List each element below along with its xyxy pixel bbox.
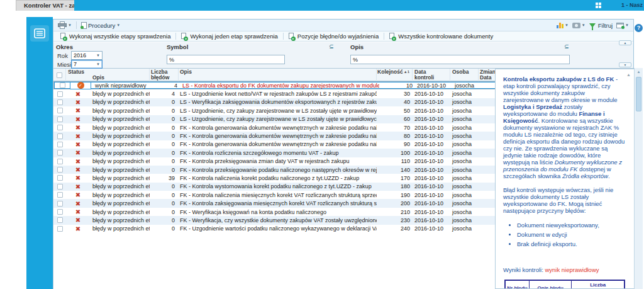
symbol-filter-input[interactable]	[167, 55, 285, 64]
print-button[interactable]: ▼	[58, 21, 72, 29]
bar-chart-icon	[557, 22, 564, 28]
filter-button[interactable]: Filtruj	[589, 22, 613, 29]
person-cell: josocha	[450, 157, 479, 166]
action-button[interactable]: ▸Wykonaj wszystkie etapy sprawdzenia	[57, 33, 174, 40]
layout-button[interactable]: ▼	[616, 23, 629, 28]
error-count-cell: 0	[150, 140, 179, 149]
row-checkbox[interactable]	[57, 159, 63, 164]
row-checkbox[interactable]	[57, 167, 63, 173]
error-count-cell: 0	[150, 208, 179, 216]
person-header[interactable]: Osoba	[450, 69, 479, 81]
row-checkbox[interactable]	[57, 116, 63, 122]
row-checkbox[interactable]	[57, 209, 63, 215]
status-change-header[interactable]: Zmiana stat Data	[479, 69, 496, 81]
row-checkbox[interactable]	[57, 226, 63, 232]
description-cell: LS - Uzgodnienie, czy zakupy zarejstrowa…	[179, 115, 377, 123]
row-checkbox[interactable]	[57, 99, 63, 105]
panel-bullet-item: Brak definicji eksportu.	[517, 241, 625, 247]
action-button-label: Pozycje błędne/do wyjaśnienia	[297, 33, 379, 40]
row-checkbox[interactable]	[57, 184, 63, 190]
sequence-header[interactable]: Kolejność▲1	[377, 69, 413, 81]
status-description-cell: błędy w poprzednich etapach	[90, 208, 150, 216]
action-button[interactable]: ▸Pozycje błędne/do wyjaśnienia	[286, 33, 382, 40]
person-cell: josocha	[450, 183, 479, 191]
person-cell: josocha	[450, 208, 479, 216]
description-cell: FK - Kontrola generowania dokumentów wew…	[179, 132, 377, 140]
menu-list-icon[interactable]	[30, 25, 49, 42]
row-checkbox[interactable]	[57, 125, 63, 130]
status-error-icon: ✖	[75, 174, 80, 181]
row-checkbox[interactable]	[57, 142, 63, 147]
title-bar: 1 - Nasz	[74, 0, 644, 11]
status-cell: ✖	[66, 174, 90, 182]
collapse-down-button[interactable]: ▼	[619, 62, 631, 67]
description-cell: FK - Kontrola przeksięgowania zmian daty…	[179, 157, 377, 166]
opis-filter-label: Opis	[350, 43, 364, 50]
date-cell: 2016-10-10	[413, 183, 450, 191]
status-change-cell	[479, 166, 496, 174]
row-checkbox[interactable]	[57, 217, 63, 223]
description-header[interactable]: Opis	[179, 69, 377, 81]
person-cell: josocha	[450, 98, 479, 106]
row-checkbox[interactable]	[57, 133, 63, 139]
help-button[interactable]: ?	[635, 24, 643, 32]
sequence-cell: 180	[377, 183, 413, 191]
status-description-cell: błędy w poprzednich etapach	[90, 199, 150, 207]
funnel-icon	[589, 23, 596, 28]
row-checkbox[interactable]	[57, 91, 63, 97]
apps-grid-icon[interactable]	[596, 3, 601, 8]
status-change-cell	[479, 199, 496, 207]
scrollbar-thumb[interactable]	[636, 77, 641, 111]
status-description-cell: błędy w poprzednich etapach	[90, 115, 150, 123]
toolbar-divider	[175, 33, 176, 40]
select-all-checkbox[interactable]	[57, 72, 62, 78]
window-layout-icon	[616, 23, 624, 28]
date-cell: 2016-10-10	[415, 81, 453, 89]
error-count-header[interactable]: Liczba błędów	[150, 69, 179, 81]
date-header[interactable]: Data kontroli	[413, 69, 450, 81]
description-cell: FK - Kontrola naliczenia miesięcznych ko…	[179, 191, 377, 199]
opis-filter-input[interactable]	[350, 55, 570, 64]
month-select[interactable]: 7 ▼	[71, 60, 103, 69]
date-cell: 2016-10-10	[413, 149, 450, 157]
row-checkbox[interactable]	[57, 192, 63, 198]
operator-icon[interactable]: ⊆	[564, 43, 569, 50]
date-cell: 2016-10-10	[413, 123, 450, 132]
description-cell: LS - Kontrola eksportu do FK dokumentów …	[181, 81, 379, 89]
row-checkbox[interactable]	[57, 201, 63, 207]
table-row[interactable]: ✓wynik nieprawidłowy4LS - Kontrola ekspo…	[53, 81, 501, 89]
chart-view-button[interactable]: ▼	[557, 22, 569, 28]
procedures-button[interactable]: Procedury ▼	[81, 22, 120, 29]
row-checkbox-cell	[53, 98, 66, 106]
status-cell: ✖	[66, 157, 90, 166]
row-checkbox[interactable]	[57, 108, 63, 113]
operator-icon[interactable]: ⊆	[329, 43, 334, 50]
panel-description: Kontrola eksportu zakupów z LS do FK - e…	[503, 76, 625, 179]
row-checkbox[interactable]	[60, 82, 65, 88]
scroll-up-icon[interactable]: ▲	[626, 71, 631, 78]
row-checkbox[interactable]	[57, 150, 63, 156]
status-header[interactable]: Status Opis	[66, 69, 150, 81]
person-cell: josocha	[450, 106, 479, 115]
row-checkbox-cell	[53, 149, 66, 157]
filter-panel: Okres Rok 2016 ▼ Miesiąc 7 ▼ Symbol ⊆ Op…	[53, 42, 633, 69]
person-cell: josocha	[450, 132, 479, 140]
year-select[interactable]: 2016 ▼	[71, 51, 103, 60]
chevron-down-icon: ▼	[565, 23, 569, 27]
top-bar: Kontroler VAT - zakup 1 - Nasz	[0, 0, 644, 11]
row-checkbox-cell	[53, 157, 66, 166]
row-checkbox[interactable]	[57, 175, 63, 181]
scrollbar-up-arrow[interactable]: ▲	[636, 69, 641, 75]
snapshot-button[interactable]: ▼	[572, 23, 586, 28]
action-button[interactable]: ▸Wykonaj jeden etap sprawdzenia	[178, 33, 280, 40]
sequence-cell: 50	[377, 106, 413, 115]
date-cell: 2016-10-10	[413, 225, 450, 233]
list-icon	[34, 28, 45, 38]
action-button[interactable]: ▸Wszystkie kontrolowane dokumenty	[386, 33, 496, 40]
panel-scrollbar[interactable]: ▲	[634, 68, 643, 289]
row-checkbox-cell	[53, 174, 66, 182]
sequence-cell: 140	[377, 166, 413, 174]
status-cell: ✖	[66, 140, 90, 149]
collapse-up-button[interactable]: ▲	[619, 40, 631, 45]
sequence-cell: 70	[377, 123, 413, 132]
